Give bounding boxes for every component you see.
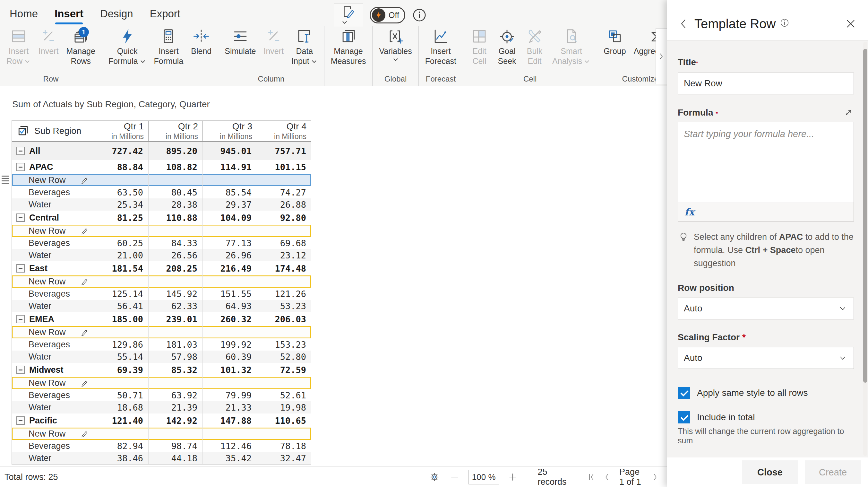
blend-button[interactable]: Blend	[187, 26, 215, 56]
formula-editor[interactable]: Start typing your formula here... fx	[678, 122, 854, 221]
value-cell-qtr4[interactable]: 174.48	[257, 261, 311, 275]
row-label-cell[interactable]: All	[12, 142, 94, 160]
value-cell-qtr3[interactable]	[203, 225, 257, 237]
zoom-level-value[interactable]: 100 %	[468, 470, 499, 484]
value-cell-qtr1[interactable]: 18.68	[94, 401, 149, 414]
table-row-beverages[interactable]: Beverages125.14145.92151.55121.26	[12, 287, 311, 300]
value-cell-qtr3[interactable]: 199.92	[203, 338, 257, 351]
value-cell-qtr3[interactable]: 29.37	[203, 199, 257, 211]
variables-button[interactable]: Variables	[375, 26, 415, 63]
collapse-minus-icon[interactable]	[17, 264, 25, 273]
multi-select-check-icon[interactable]	[17, 124, 30, 138]
value-cell-qtr1[interactable]: 25.34	[94, 199, 149, 211]
value-cell-qtr3[interactable]: 945.01	[203, 142, 257, 160]
settings-gear-icon[interactable]	[428, 470, 441, 484]
value-cell-qtr1[interactable]: 129.86	[94, 338, 149, 351]
value-cell-qtr3[interactable]: 114.91	[203, 160, 257, 174]
row-label-cell[interactable]: East	[12, 261, 94, 275]
table-row-midwest[interactable]: Midwest69.3985.32101.3272.59	[12, 363, 311, 377]
value-cell-qtr3[interactable]: 101.32	[203, 363, 257, 377]
back-chevron-icon[interactable]	[678, 18, 689, 30]
simulate-button[interactable]: Simulate	[221, 26, 259, 56]
create-button[interactable]: Create	[805, 460, 861, 484]
row-label-cell[interactable]: New Row	[12, 428, 94, 440]
row-label-cell[interactable]: New Row	[12, 174, 94, 186]
row-label-cell[interactable]: Beverages	[12, 186, 94, 199]
row-label-cell[interactable]: Beverages	[12, 440, 94, 452]
zoom-out-button[interactable]	[449, 471, 460, 483]
panel-scrollbar[interactable]	[863, 42, 867, 456]
value-cell-qtr1[interactable]: 185.00	[94, 312, 149, 326]
value-cell-qtr2[interactable]: 63.92	[149, 389, 203, 401]
table-row-water[interactable]: Water38.4644.1835.4232.47	[12, 452, 311, 464]
value-cell-qtr2[interactable]: 895.20	[149, 142, 203, 160]
value-cell-qtr2[interactable]: 108.82	[149, 160, 203, 174]
row-label-cell[interactable]: Water	[12, 300, 94, 312]
value-cell-qtr3[interactable]: 104.09	[203, 211, 257, 225]
zoom-in-button[interactable]	[507, 471, 518, 483]
quick-formula-button[interactable]: QuickFormula	[104, 26, 150, 66]
tab-export[interactable]: Export	[150, 8, 180, 24]
collapse-minus-icon[interactable]	[17, 315, 25, 323]
table-row-apac[interactable]: APAC88.84108.82114.91101.15	[12, 160, 311, 174]
column-header-qtr4[interactable]: Qtr 4in Millions	[257, 121, 311, 141]
value-cell-qtr1[interactable]	[94, 275, 149, 287]
value-cell-qtr3[interactable]: 26.96	[203, 249, 257, 261]
tab-design[interactable]: Design	[100, 8, 133, 24]
value-cell-qtr1[interactable]: 38.46	[94, 452, 149, 464]
table-row-water[interactable]: Water25.3428.3829.3726.88	[12, 199, 311, 211]
value-cell-qtr4[interactable]	[257, 326, 311, 338]
value-cell-qtr4[interactable]	[257, 275, 311, 287]
value-cell-qtr4[interactable]: 78.18	[257, 440, 311, 452]
value-cell-qtr3[interactable]: 64.93	[203, 300, 257, 312]
value-cell-qtr4[interactable]: 757.71	[257, 142, 311, 160]
value-cell-qtr4[interactable]: 52.80	[257, 351, 311, 363]
value-cell-qtr4[interactable]: 153.23	[257, 338, 311, 351]
value-cell-qtr2[interactable]: 181.03	[149, 338, 203, 351]
row-label-cell[interactable]: Beverages	[12, 287, 94, 300]
edit-pencil-icon[interactable]	[81, 277, 90, 286]
value-cell-qtr2[interactable]: 28.38	[149, 199, 203, 211]
table-row-beverages[interactable]: Beverages82.9498.74112.4678.18	[12, 440, 311, 452]
table-row-water[interactable]: Water18.6821.3921.3319.98	[12, 401, 311, 414]
row-drag-handle-icon[interactable]	[2, 176, 9, 184]
value-cell-qtr1[interactable]: 125.14	[94, 287, 149, 300]
row-label-cell[interactable]: New Row	[12, 225, 94, 237]
value-cell-qtr2[interactable]: 98.74	[149, 440, 203, 452]
row-label-cell[interactable]: Beverages	[12, 338, 94, 351]
value-cell-qtr4[interactable]: 92.80	[257, 211, 311, 225]
ribbon-overflow-expander[interactable]	[656, 28, 667, 84]
value-cell-qtr1[interactable]	[94, 428, 149, 440]
close-button[interactable]: Close	[742, 460, 798, 484]
row-label-cell[interactable]: APAC	[12, 160, 94, 174]
goal-seek-button[interactable]: GoalSeek	[493, 26, 521, 66]
row-position-dropdown[interactable]: Auto	[678, 298, 854, 319]
value-cell-qtr3[interactable]: 151.55	[203, 287, 257, 300]
table-row-new-row[interactable]: New Row	[12, 326, 311, 338]
formula-placeholder[interactable]: Start typing your formula here...	[678, 122, 854, 203]
insert-forecast-button[interactable]: InsertForecast	[421, 26, 460, 66]
value-cell-qtr2[interactable]: 239.01	[149, 312, 203, 326]
manage-rows-button[interactable]: 1ManageRows	[63, 26, 99, 66]
value-cell-qtr2[interactable]: 145.92	[149, 287, 203, 300]
data-input-button[interactable]: DataInput	[287, 26, 321, 66]
value-cell-qtr3[interactable]	[203, 377, 257, 389]
value-cell-qtr4[interactable]: 69.68	[257, 237, 311, 249]
edit-pencil-icon[interactable]	[81, 226, 90, 235]
value-cell-qtr4[interactable]: 52.61	[257, 389, 311, 401]
row-label-cell[interactable]: Beverages	[12, 389, 94, 401]
row-label-cell[interactable]: EMEA	[12, 312, 94, 326]
table-row-new-row[interactable]: New Row	[12, 174, 311, 186]
row-label-cell[interactable]: Water	[12, 452, 94, 464]
edit-pencil-icon[interactable]	[81, 176, 90, 185]
collapse-minus-icon[interactable]	[17, 147, 25, 155]
checked-checkbox-icon[interactable]	[678, 411, 690, 423]
value-cell-qtr3[interactable]	[203, 428, 257, 440]
value-cell-qtr4[interactable]	[257, 225, 311, 237]
prev-page-icon[interactable]	[602, 472, 612, 482]
value-cell-qtr4[interactable]	[257, 174, 311, 186]
row-label-cell[interactable]: New Row	[12, 377, 94, 389]
table-row-water[interactable]: Water21.0026.5626.9623.12	[12, 249, 311, 261]
table-row-new-row[interactable]: New Row	[12, 428, 311, 440]
row-dimension-header[interactable]: Sub Region	[12, 121, 94, 141]
